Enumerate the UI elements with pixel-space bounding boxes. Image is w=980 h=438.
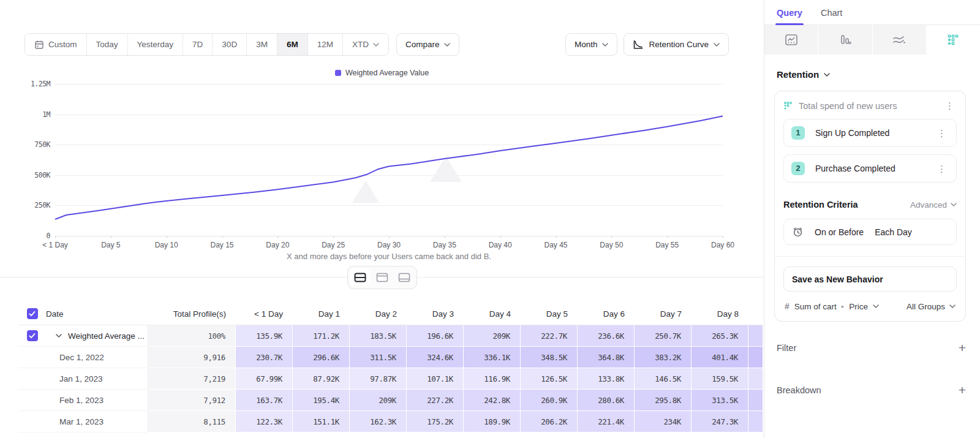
header-day-col: Day 2 xyxy=(350,303,407,325)
add-breakdown-button[interactable]: + xyxy=(959,383,966,396)
range-30d[interactable]: 30D xyxy=(212,34,246,55)
add-filter-button[interactable]: + xyxy=(959,341,966,354)
behavior-header: Total spend of new users ⋮ xyxy=(783,100,957,111)
expand-chevron-icon[interactable] xyxy=(56,334,62,338)
row-checkbox[interactable] xyxy=(27,330,38,341)
y-axis-tick: 250K xyxy=(20,201,50,210)
analysis-section-dropdown[interactable]: Retention xyxy=(777,69,980,80)
group-scope-dropdown[interactable]: All Groups xyxy=(907,302,956,311)
chevron-down-icon xyxy=(949,304,956,308)
retention-criteria-label: Retention Criteria xyxy=(783,200,910,210)
range-xtd[interactable]: XTD xyxy=(342,34,388,55)
compare-button[interactable]: Compare xyxy=(396,33,460,56)
retention-value-cell: 401.4K xyxy=(692,347,748,368)
range-label: 12M xyxy=(317,40,333,49)
row-checkbox-cell xyxy=(18,390,46,411)
chevron-down-icon xyxy=(714,43,720,47)
row-checkbox[interactable] xyxy=(27,308,38,319)
step-row-1[interactable]: 1 Sign Up Completed ⋮ xyxy=(783,119,957,147)
retention-value-cell: 383.2K xyxy=(635,347,692,368)
sidebar-tabs: Query Chart xyxy=(764,0,980,25)
clipped-value-cell xyxy=(748,347,763,368)
granularity-dropdown[interactable]: Month xyxy=(565,33,618,56)
row-label: Jan 1, 2023 xyxy=(46,374,103,383)
x-axis-tickmark xyxy=(445,236,445,238)
retention-value-cell: 227.2K xyxy=(407,390,464,411)
tab-chart[interactable]: Chart xyxy=(821,8,842,25)
step-row-2[interactable]: 2 Purchase Completed ⋮ xyxy=(783,154,957,183)
criteria-unit-value: Each Day xyxy=(875,227,912,237)
kebab-menu-icon[interactable]: ⋮ xyxy=(935,163,949,175)
range-yesterday[interactable]: Yesterday xyxy=(127,34,183,55)
header-day-col: Day 4 xyxy=(464,303,521,325)
range-label: Today xyxy=(96,40,118,49)
line-chart-icon xyxy=(785,34,798,46)
kebab-menu-icon[interactable]: ⋮ xyxy=(943,100,957,111)
retention-value-cell: 163.7K xyxy=(236,390,293,411)
retention-value-cell: 122.3K xyxy=(236,411,293,432)
chart-type-dropdown[interactable]: Retention Curve xyxy=(624,33,729,56)
check-icon xyxy=(29,333,36,339)
x-axis-tickmark xyxy=(167,236,167,238)
total-profiles-cell: 100% xyxy=(147,325,236,347)
retention-value-cell: 265.3K xyxy=(692,325,748,347)
retention-line-series xyxy=(55,84,723,236)
x-axis-tick: Day 15 xyxy=(198,241,247,249)
kebab-menu-icon[interactable]: ⋮ xyxy=(935,127,949,139)
row-label: Feb 1, 2023 xyxy=(46,396,104,405)
range-label: 3M xyxy=(256,40,268,49)
layout-chart-only-button[interactable] xyxy=(372,268,393,287)
layout-table-only-button[interactable] xyxy=(394,268,415,287)
range-label: Custom xyxy=(48,40,77,49)
measure-property-dropdown[interactable]: # Sum of cart ▸ Price xyxy=(785,301,907,311)
flow-icon xyxy=(892,34,907,46)
step-number-badge: 1 xyxy=(791,126,805,140)
x-axis-tickmark xyxy=(111,236,111,238)
criteria-mode-label: Advanced xyxy=(910,200,947,210)
layout-split-button[interactable] xyxy=(350,268,371,287)
range-7d[interactable]: 7D xyxy=(183,34,212,55)
retention-table: DateTotal Profile(s)< 1 DayDay 1Day 2Day… xyxy=(18,303,763,432)
save-behavior-label: Save as New Behavior xyxy=(792,274,883,284)
criteria-timing-row[interactable]: On or Before Each Day xyxy=(783,219,957,245)
row-label: Mar 1, 2023 xyxy=(46,417,104,426)
retention-value-cell: 151.1K xyxy=(293,411,350,432)
tab-retention[interactable] xyxy=(927,25,980,55)
clipped-value-cell xyxy=(748,390,763,411)
retention-value-cell: 162.3K xyxy=(350,411,407,432)
x-axis-tickmark xyxy=(333,236,334,238)
breadcrumb-arrow-icon: ▸ xyxy=(842,303,845,309)
tab-query[interactable]: Query xyxy=(777,8,802,25)
x-axis-tickmark xyxy=(389,236,390,238)
tab-line-chart[interactable] xyxy=(764,25,818,55)
total-profiles-cell: 8,115 xyxy=(147,411,236,432)
tab-flow[interactable] xyxy=(873,25,927,55)
retention-value-cell: 236.6K xyxy=(578,325,635,347)
clipped-value-cell xyxy=(748,411,763,432)
x-axis-tick: Day 20 xyxy=(253,241,302,249)
toolbar: CustomTodayYesterday7D30D3M6M12MXTD Comp… xyxy=(24,33,729,56)
criteria-timing-value: On or Before xyxy=(815,227,864,237)
retention-value-cell: 183.5K xyxy=(350,325,407,347)
tab-bar-chart[interactable] xyxy=(818,25,872,55)
retention-value-cell: 206.2K xyxy=(521,411,578,432)
retention-value-cell: 133.8K xyxy=(578,368,635,390)
retention-value-cell: 324.6K xyxy=(407,347,464,368)
check-icon xyxy=(29,311,36,317)
range-12m[interactable]: 12M xyxy=(307,34,342,55)
save-behavior-field[interactable]: Save as New Behavior xyxy=(783,266,957,292)
retention-value-cell: 171.2K xyxy=(293,325,350,347)
retention-value-cell: 159.5K xyxy=(692,368,748,390)
retention-value-cell: 234K xyxy=(635,411,692,432)
x-axis-tickmark xyxy=(611,236,612,238)
range-6m[interactable]: 6M xyxy=(277,34,307,55)
row-checkbox-cell xyxy=(18,347,46,368)
x-axis-tick: Day 5 xyxy=(86,241,135,249)
range-custom[interactable]: Custom xyxy=(25,34,86,55)
range-3m[interactable]: 3M xyxy=(246,34,277,55)
x-axis-tickmark xyxy=(667,236,668,238)
range-today[interactable]: Today xyxy=(86,34,127,55)
criteria-mode-dropdown[interactable]: Advanced xyxy=(910,200,957,210)
behavior-card: Total spend of new users ⋮ 1 Sign Up Com… xyxy=(774,91,966,322)
behavior-title: Total spend of new users xyxy=(799,101,937,111)
